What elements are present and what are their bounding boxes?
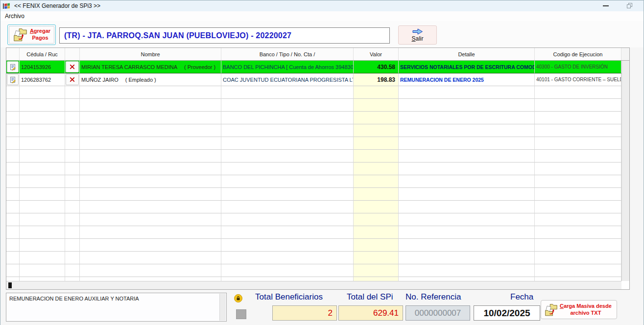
cell-empty xyxy=(399,162,535,175)
edit-row-button[interactable] xyxy=(7,61,19,72)
table-body: 1204153926 MIRIAN TERESA CARRASCO MEDINA… xyxy=(6,61,621,281)
cell-cedula[interactable]: 1206283762 xyxy=(20,73,65,86)
table-header: Cédula / Ruc Nombre Banco / Tipo / No. C… xyxy=(6,48,621,61)
cell-empty xyxy=(354,124,399,137)
cell-empty xyxy=(6,112,20,124)
cell-empty xyxy=(65,150,80,162)
cell-empty xyxy=(80,162,221,175)
total-beneficiaries-field: 2 xyxy=(272,305,337,321)
menu-archivo[interactable]: Archivo xyxy=(0,11,29,21)
cell-empty xyxy=(80,112,221,124)
cell-empty xyxy=(354,162,399,175)
beneficiary-name: MUÑOZ JAIRO xyxy=(81,77,119,83)
table-row-empty[interactable] xyxy=(6,137,621,150)
horizontal-scroll-thumb[interactable] xyxy=(8,282,12,288)
cell-empty xyxy=(354,137,399,150)
cell-empty xyxy=(221,137,354,150)
payment-note-text: REMUNERACION DE ENERO AUXILIAR Y NOTARIA xyxy=(9,296,139,302)
cell-empty xyxy=(535,150,621,162)
bulk-load-folder-icon xyxy=(544,303,558,317)
cell-empty xyxy=(354,201,399,213)
table-row-empty[interactable] xyxy=(6,86,621,99)
delete-row-button[interactable] xyxy=(66,74,79,85)
payments-table: Cédula / Ruc Nombre Banco / Tipo / No. C… xyxy=(6,47,630,290)
col-valor: Valor xyxy=(354,48,399,60)
payment-note-textarea[interactable]: REMUNERACION DE ENERO AUXILIAR Y NOTARIA xyxy=(6,293,227,322)
table-row[interactable]: 1204153926 MIRIAN TERESA CARRASCO MEDINA… xyxy=(6,61,621,73)
table-row-empty[interactable] xyxy=(6,264,621,277)
delete-row-button[interactable] xyxy=(66,61,79,72)
table-vertical-scrollbar[interactable] xyxy=(621,61,629,281)
cell-empty xyxy=(535,162,621,175)
table-row-empty[interactable] xyxy=(6,124,621,137)
cell-empty xyxy=(80,124,221,137)
cell-empty xyxy=(399,150,535,162)
table-horizontal-scrollbar[interactable] xyxy=(6,281,621,289)
toolbar: Agregar Pagos (TR) - JTA. PARROQ.SAN JUA… xyxy=(0,21,644,47)
cell-empty xyxy=(221,188,354,201)
cell-empty xyxy=(399,277,535,281)
table-row-empty[interactable] xyxy=(6,277,621,281)
add-payments-label: Agregar Pagos xyxy=(30,28,50,42)
cell-cedula[interactable]: 1204153926 xyxy=(20,61,65,73)
edit-icon xyxy=(9,64,16,70)
table-row-empty[interactable] xyxy=(6,213,621,226)
entity-title-field[interactable]: (TR) - JTA. PARROQ.SAN JUAN (PUEBLOVIEJO… xyxy=(59,27,390,44)
date-field[interactable]: 10/02/2025 xyxy=(474,305,540,321)
cell-detalle[interactable]: SERVICIOS NOTARIALES POR DE ESCRITURA CO… xyxy=(399,61,535,73)
cell-empty xyxy=(80,201,221,213)
cell-nombre[interactable]: MIRIAN TERESA CARRASCO MEDINA ( Proveedo… xyxy=(80,61,221,73)
table-row-empty[interactable] xyxy=(6,226,621,239)
restore-button[interactable] xyxy=(622,0,637,11)
cell-empty xyxy=(399,201,535,213)
cell-empty xyxy=(6,264,20,277)
cell-empty xyxy=(20,175,65,188)
cell-empty xyxy=(354,226,399,239)
bulk-load-txt-button[interactable]: Carga Masiva desde archivo TXT xyxy=(541,300,617,319)
lock-icon[interactable] xyxy=(234,294,242,302)
table-row-empty[interactable] xyxy=(6,239,621,252)
table-row-empty[interactable] xyxy=(6,150,621,162)
table-row-empty[interactable] xyxy=(6,112,621,124)
table-row-empty[interactable] xyxy=(6,99,621,112)
cell-empty xyxy=(80,188,221,201)
cell-empty xyxy=(535,252,621,264)
cell-nombre[interactable]: MUÑOZ JAIRO ( Empleado ) xyxy=(80,73,221,86)
table-row[interactable]: 1206283762 MUÑOZ JAIRO ( Empleado ) COAC… xyxy=(6,73,621,86)
cell-empty xyxy=(80,277,221,281)
cell-empty xyxy=(20,213,65,226)
cell-banco[interactable]: COAC JUVENTUD ECUATORIANA PROGRESISTA LT… xyxy=(221,73,354,86)
cell-empty xyxy=(399,213,535,226)
table-row-empty[interactable] xyxy=(6,162,621,175)
minimize-button[interactable] xyxy=(598,0,613,11)
total-spi-field: 629.41 xyxy=(338,305,403,321)
cell-codigo[interactable]: 40101 - GASTO CORRIENTE – SUELDOS xyxy=(535,73,621,86)
cell-empty xyxy=(535,137,621,150)
cell-empty xyxy=(20,99,65,112)
cell-empty xyxy=(221,277,354,281)
exit-button[interactable]: Salir xyxy=(398,25,437,45)
restore-icon xyxy=(627,3,632,8)
scrollbar-corner xyxy=(621,48,629,61)
cell-empty xyxy=(354,188,399,201)
cell-detalle[interactable]: REMUNERACION DE ENERO 2025 xyxy=(399,73,535,86)
table-row-empty[interactable] xyxy=(6,188,621,201)
note-scrollbar[interactable] xyxy=(219,294,226,321)
cell-empty xyxy=(6,175,20,188)
edit-row-button[interactable] xyxy=(7,74,19,85)
table-row-empty[interactable] xyxy=(6,201,621,213)
cell-empty xyxy=(6,226,20,239)
cell-banco[interactable]: BANCO DEL PICHINCHA [ Cuenta de Ahorros … xyxy=(221,61,354,73)
cell-valor[interactable]: 198.83 xyxy=(354,73,399,86)
cell-empty xyxy=(535,213,621,226)
cell-empty xyxy=(80,252,221,264)
add-payments-button[interactable]: Agregar Pagos xyxy=(7,24,56,45)
cell-valor[interactable]: 430.58 xyxy=(354,61,399,73)
status-square-button[interactable] xyxy=(236,309,246,319)
cell-empty xyxy=(20,124,65,137)
cell-empty xyxy=(535,188,621,201)
table-row-empty[interactable] xyxy=(6,175,621,188)
table-row-empty[interactable] xyxy=(6,252,621,264)
cell-codigo[interactable]: 40300 - GASTO DE INVERSIÓN xyxy=(535,61,621,73)
cell-empty xyxy=(221,252,354,264)
